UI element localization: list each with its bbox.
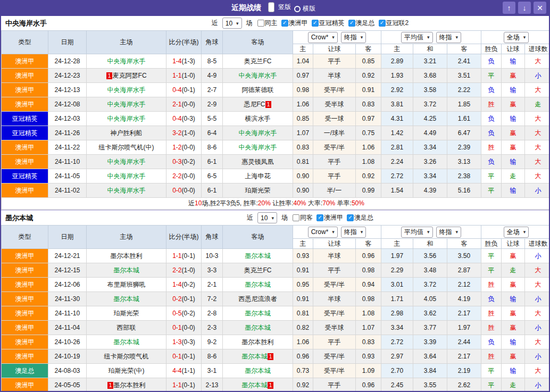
summary-part: 10 (195, 199, 202, 207)
corner-count: 2-3 (202, 321, 223, 335)
subcolumn-header: 客 (356, 239, 381, 249)
result-scope-select[interactable]: 全场▾ (504, 32, 529, 43)
score-cell: 2-2(1-0) (166, 263, 202, 278)
away-team: 阿德莱德联 (223, 83, 293, 97)
home-team: 珀斯光荣 (87, 306, 166, 321)
odds-source-select[interactable]: Crow*▾ (308, 32, 338, 43)
subcolumn-header: 进球数 (525, 239, 550, 249)
avg-home: 3.01 (381, 278, 413, 292)
odds-away: 1.08 (356, 155, 381, 169)
odds-home: 0.96 (293, 349, 313, 364)
odds-home: 1.06 (293, 97, 313, 112)
filter-checkbox[interactable]: 澳洲甲 (281, 19, 308, 28)
avg-time-select[interactable]: 终指▾ (436, 32, 462, 43)
odds-home: 0.83 (293, 140, 313, 155)
corner-count: 3-1 (202, 364, 223, 378)
avg-away: 2.17 (447, 349, 481, 364)
filter-checkbox[interactable]: 亚冠精英 (312, 19, 345, 28)
odds-handicap: 一/球半 (313, 126, 356, 140)
checkbox-icon (347, 214, 354, 221)
avg-draw: 4.39 (413, 184, 447, 198)
odds-time-select[interactable]: 终指▾ (341, 32, 366, 43)
sections-container: 中央海岸水手近10▾场同主澳洲甲亚冠精英澳足总亚冠联2类型日期主场比分(半场)角… (1, 16, 549, 392)
recent-count-select[interactable]: 10▾ (257, 212, 277, 223)
filter-checkbox[interactable]: 同客 (293, 213, 313, 222)
away-team: 中央海岸水手 (223, 140, 293, 155)
summary-part: 单率: (335, 199, 352, 207)
odds-home: 0.81 (293, 306, 313, 321)
avg-draw: 3.77 (413, 321, 447, 335)
avg-home: 1.54 (381, 184, 413, 198)
competition-type: 澳足总 (2, 364, 48, 378)
filter-checkbox[interactable]: 澳洲甲 (316, 213, 343, 222)
fulltime-score: 1-1 (172, 72, 181, 79)
result-handicap: 走 (502, 169, 525, 184)
odds-home: 1.04 (293, 54, 313, 69)
subcolumn-header: 主 (381, 239, 413, 249)
result-outcome: 负 (481, 292, 502, 306)
team-name: 墨尔本城 (114, 338, 139, 346)
score-cell: 1-4(1-3) (166, 54, 202, 69)
odds-handicap: 受平/半 (313, 278, 356, 292)
avg-away: 2.44 (447, 335, 481, 349)
halftime-score: (0-0) (182, 101, 195, 108)
away-team: 珀斯光荣 (223, 184, 293, 198)
result-scope-select[interactable]: 全场▾ (504, 227, 529, 238)
avg-time-select[interactable]: 终指▾ (436, 227, 462, 238)
filter-games-label: 场 (246, 19, 253, 28)
filter-checkbox[interactable]: 澳足总 (347, 213, 373, 222)
odds-home: 0.90 (293, 169, 313, 184)
match-date: 24-12-06 (48, 278, 87, 292)
home-team: 墨尔本城 (87, 335, 166, 349)
filter-checkbox[interactable]: 澳足总 (348, 19, 375, 28)
corner-count: 8-6 (202, 140, 223, 155)
avg-draw: 3.34 (413, 140, 447, 155)
result-header-group: 全场▾ (481, 31, 550, 44)
team-name: 墨尔本城 (245, 367, 271, 374)
close-button[interactable]: ✕ (534, 2, 546, 14)
filter-checkbox[interactable]: 同主 (257, 19, 278, 28)
filter-checkbox[interactable]: 亚冠联2 (379, 19, 409, 28)
recent-count-select[interactable]: 10▾ (222, 18, 242, 29)
avg-home: 2.89 (381, 54, 413, 69)
matches-table: 类型日期主场比分(半场)角球客场Crow*▾终指▾平均值▾终指▾全场▾主让球客主… (1, 225, 550, 392)
odds-away: 0.93 (356, 349, 381, 364)
checkbox-icon (379, 20, 386, 27)
up-arrow-icon: ↑ (507, 4, 511, 12)
team-section: 中央海岸水手近10▾场同主澳洲甲亚冠精英澳足总亚冠联2类型日期主场比分(半场)角… (1, 16, 549, 210)
score-cell: 0-2(0-1) (166, 292, 202, 306)
team-name: 中央海岸水手 (107, 172, 146, 180)
avg-source-select[interactable]: 平均值▾ (401, 227, 433, 238)
team-name: 西悉尼流浪者 (239, 295, 277, 303)
match-date: 24-11-10 (48, 155, 87, 169)
result-outcome: 平 (481, 263, 502, 278)
checkbox-label: 澳洲甲 (324, 213, 343, 222)
match-date: 24-11-10 (48, 306, 87, 321)
odds-source-select[interactable]: Crow*▾ (308, 227, 338, 238)
subcolumn-header: 主 (381, 44, 413, 54)
fulltime-score: 1-1 (172, 381, 181, 389)
match-date: 24-12-28 (48, 54, 87, 69)
avg-source-select[interactable]: 平均值▾ (401, 32, 433, 43)
avg-away: 6.47 (447, 126, 481, 140)
layout-radio-horizontal[interactable]: 横版 (294, 4, 315, 13)
layout-radio-vertical[interactable]: 竖版 (266, 2, 291, 12)
home-team: 墨尔本城 (87, 263, 166, 278)
avg-draw: 4.25 (413, 112, 447, 126)
result-outcome: 胜 (481, 140, 502, 155)
match-row: 澳洲甲24-11-30墨尔本城0-2(0-1)7-2西悉尼流浪者0.91半球0.… (2, 292, 550, 306)
score-cell: 0-4(0-1) (166, 83, 202, 97)
avg-draw: 4.49 (413, 126, 447, 140)
result-outcome: 胜 (481, 278, 502, 292)
odds-time-select[interactable]: 终指▾ (341, 227, 366, 238)
home-team: 中央海岸水手 (87, 155, 166, 169)
avg-draw: 3.68 (413, 69, 447, 83)
match-date: 24-11-04 (48, 321, 87, 335)
move-up-button[interactable]: ↑ (503, 2, 515, 14)
odds-away: 0.83 (356, 335, 381, 349)
avg-draw: 3.64 (413, 349, 447, 364)
match-date: 24-12-21 (48, 249, 87, 263)
move-down-button[interactable]: ↓ (518, 2, 531, 14)
away-team: 惠灵顿凤凰 (223, 155, 293, 169)
away-team: 墨尔本城 (223, 278, 293, 292)
